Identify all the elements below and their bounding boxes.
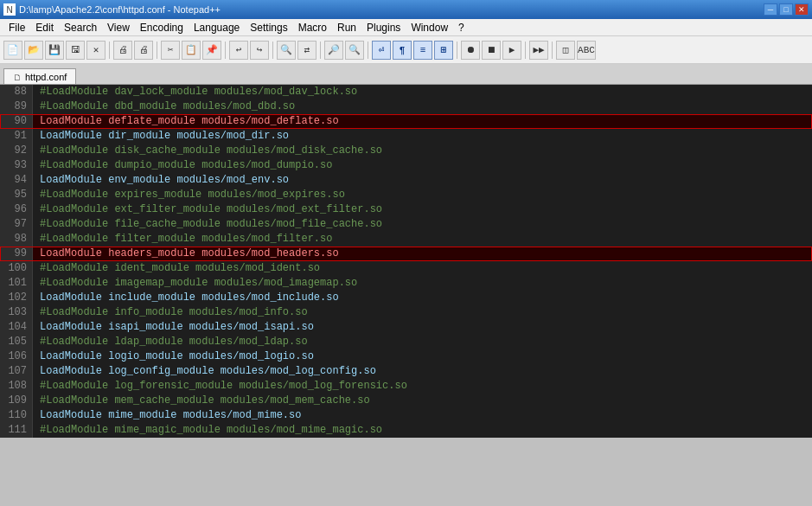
menu-settings[interactable]: Settings xyxy=(245,20,292,35)
line-number: 103 xyxy=(0,305,33,320)
print-button[interactable]: 🖨 xyxy=(113,41,132,60)
line-content: LoadModule env_module modules/mod_env.so xyxy=(33,173,289,188)
line-content: #LoadModule dumpio_module modules/mod_du… xyxy=(33,158,332,173)
code-line-105: 105#LoadModule ldap_module modules/mod_l… xyxy=(0,335,812,349)
code-line-96: 96#LoadModule ext_filter_module modules/… xyxy=(0,202,812,217)
line-number: 90 xyxy=(0,114,33,129)
print-now-button[interactable]: 🖨 xyxy=(134,41,153,60)
tab-bar: 🗋 httpd.conf xyxy=(0,64,812,85)
toolbar-separator-9 xyxy=(552,42,553,59)
code-line-89: 89#LoadModule dbd_module modules/mod_dbd… xyxy=(0,99,812,114)
code-line-98: 98#LoadModule filter_module modules/mod_… xyxy=(0,232,812,247)
menu-language[interactable]: Language xyxy=(189,20,245,35)
line-content: #LoadModule mem_cache_module modules/mod… xyxy=(33,394,370,408)
minimize-button[interactable]: ─ xyxy=(764,3,777,16)
line-number: 97 xyxy=(0,217,33,232)
new-button[interactable]: 📄 xyxy=(3,41,22,60)
toolbar-separator-5 xyxy=(320,42,321,59)
line-number: 88 xyxy=(0,85,33,99)
code-line-92: 92#LoadModule disk_cache_module modules/… xyxy=(0,144,812,158)
line-content: #LoadModule disk_cache_module modules/mo… xyxy=(33,144,382,158)
menu-help[interactable]: ? xyxy=(453,20,470,35)
code-area[interactable]: 88#LoadModule dav_lock_module modules/mo… xyxy=(0,85,812,438)
menu-window[interactable]: Window xyxy=(406,20,453,35)
paste-button[interactable]: 📌 xyxy=(202,41,221,60)
menu-file[interactable]: File xyxy=(3,20,30,35)
line-number: 101 xyxy=(0,276,33,291)
zoom-in-button[interactable]: 🔎 xyxy=(324,41,343,60)
line-number: 105 xyxy=(0,335,33,349)
toolbar-separator-8 xyxy=(525,42,526,59)
line-number: 106 xyxy=(0,349,33,364)
line-number: 95 xyxy=(0,188,33,202)
line-content: LoadModule headers_module modules/mod_he… xyxy=(33,247,339,261)
save-button[interactable]: 💾 xyxy=(45,41,64,60)
line-content: LoadModule deflate_module modules/mod_de… xyxy=(33,114,339,129)
menu-run[interactable]: Run xyxy=(332,20,361,35)
macro-stop-button[interactable]: ⏹ xyxy=(482,41,501,60)
code-line-90: 90LoadModule deflate_module modules/mod_… xyxy=(0,114,812,129)
code-line-109: 109#LoadModule mem_cache_module modules/… xyxy=(0,394,812,408)
tab-httpd-conf[interactable]: 🗋 httpd.conf xyxy=(3,68,76,84)
line-content: #LoadModule info_module modules/mod_info… xyxy=(33,305,308,320)
sync-focus-button[interactable]: ⊞ xyxy=(434,41,453,60)
line-content: #LoadModule expires_module modules/mod_e… xyxy=(33,188,345,202)
line-number: 96 xyxy=(0,202,33,217)
sync-scroll-button[interactable]: ≡ xyxy=(413,41,432,60)
open-button[interactable]: 📂 xyxy=(24,41,43,60)
code-line-94: 94LoadModule env_module modules/mod_env.… xyxy=(0,173,812,188)
window-title: D:\lamp\Apache2.2\conf\httpd.conf - Note… xyxy=(19,4,221,15)
code-line-104: 104LoadModule isapi_module modules/mod_i… xyxy=(0,320,812,335)
run-button[interactable]: ▶▶ xyxy=(529,41,548,60)
find-button[interactable]: 🔍 xyxy=(277,41,296,60)
code-line-101: 101#LoadModule imagemap_module modules/m… xyxy=(0,276,812,291)
replace-button[interactable]: ⇄ xyxy=(297,41,316,60)
title-bar: N D:\lamp\Apache2.2\conf\httpd.conf - No… xyxy=(0,0,812,19)
toolbar-separator-3 xyxy=(225,42,226,59)
line-content: LoadModule dir_module modules/mod_dir.so xyxy=(33,129,289,144)
code-line-110: 110LoadModule mime_module modules/mod_mi… xyxy=(0,408,812,423)
line-number: 109 xyxy=(0,394,33,408)
spell-check-button[interactable]: ABC xyxy=(577,41,596,60)
menu-bar: File Edit Search View Encoding Language … xyxy=(0,19,812,36)
zoom-out-button[interactable]: 🔍 xyxy=(345,41,364,60)
line-content: #LoadModule ldap_module modules/mod_ldap… xyxy=(33,335,308,349)
menu-encoding[interactable]: Encoding xyxy=(135,20,189,35)
maximize-button[interactable]: □ xyxy=(779,3,793,16)
line-number: 104 xyxy=(0,320,33,335)
menu-search[interactable]: Search xyxy=(59,20,102,35)
line-number: 110 xyxy=(0,408,33,423)
undo-button[interactable]: ↩ xyxy=(229,41,248,60)
code-line-103: 103#LoadModule info_module modules/mod_i… xyxy=(0,305,812,320)
code-container: 88#LoadModule dav_lock_module modules/mo… xyxy=(0,85,812,438)
line-number: 102 xyxy=(0,291,33,305)
line-content: #LoadModule mime_magic_module modules/mo… xyxy=(33,423,382,438)
copy-button[interactable]: 📋 xyxy=(182,41,201,60)
panel-button[interactable]: ◫ xyxy=(556,41,575,60)
menu-macro[interactable]: Macro xyxy=(293,20,332,35)
cut-button[interactable]: ✂ xyxy=(161,41,180,60)
save-all-button[interactable]: 🖫 xyxy=(66,41,85,60)
show-all-chars-button[interactable]: ¶ xyxy=(393,41,412,60)
macro-record-button[interactable]: ⏺ xyxy=(461,41,480,60)
menu-plugins[interactable]: Plugins xyxy=(361,20,406,35)
line-content: #LoadModule filter_module modules/mod_fi… xyxy=(33,232,332,247)
code-line-95: 95#LoadModule expires_module modules/mod… xyxy=(0,188,812,202)
toolbar-separator-1 xyxy=(109,42,110,59)
close-button[interactable]: ✕ xyxy=(795,3,809,16)
code-line-93: 93#LoadModule dumpio_module modules/mod_… xyxy=(0,158,812,173)
redo-button[interactable]: ↪ xyxy=(250,41,269,60)
title-bar-left: N D:\lamp\Apache2.2\conf\httpd.conf - No… xyxy=(3,3,221,16)
line-content: #LoadModule file_cache_module modules/mo… xyxy=(33,217,382,232)
title-controls[interactable]: ─ □ ✕ xyxy=(764,3,809,16)
word-wrap-button[interactable]: ⏎ xyxy=(372,41,391,60)
line-number: 111 xyxy=(0,423,33,438)
macro-play-button[interactable]: ▶ xyxy=(502,41,521,60)
app-icon: N xyxy=(3,3,16,16)
close-button-tb[interactable]: ✕ xyxy=(86,41,105,60)
menu-edit[interactable]: Edit xyxy=(30,20,59,35)
line-number: 107 xyxy=(0,364,33,379)
line-content: LoadModule mime_module modules/mod_mime.… xyxy=(33,408,301,423)
menu-view[interactable]: View xyxy=(102,20,135,35)
code-line-100: 100#LoadModule ident_module modules/mod_… xyxy=(0,261,812,276)
